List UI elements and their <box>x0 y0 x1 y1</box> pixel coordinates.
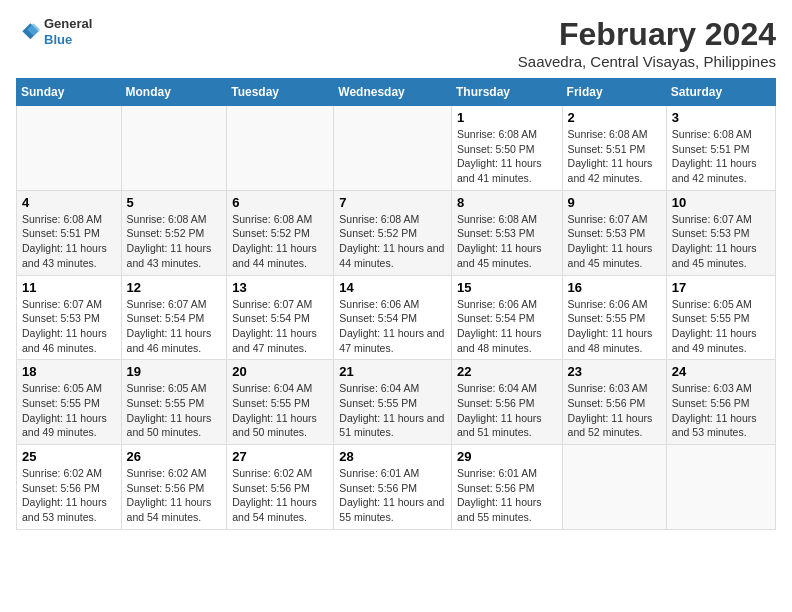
day-number: 16 <box>568 280 661 295</box>
day-info: Sunrise: 6:08 AMSunset: 5:52 PMDaylight:… <box>339 212 446 271</box>
calendar-cell <box>666 445 775 530</box>
logo-text: General Blue <box>44 16 92 47</box>
logo-line1: General <box>44 16 92 32</box>
calendar-cell: 12Sunrise: 6:07 AMSunset: 5:54 PMDayligh… <box>121 275 227 360</box>
day-number: 8 <box>457 195 557 210</box>
day-info: Sunrise: 6:08 AMSunset: 5:52 PMDaylight:… <box>127 212 222 271</box>
title-block: February 2024 Saavedra, Central Visayas,… <box>518 16 776 70</box>
column-header-monday: Monday <box>121 79 227 106</box>
day-info: Sunrise: 6:04 AMSunset: 5:55 PMDaylight:… <box>232 381 328 440</box>
calendar-cell: 29Sunrise: 6:01 AMSunset: 5:56 PMDayligh… <box>451 445 562 530</box>
calendar-cell: 8Sunrise: 6:08 AMSunset: 5:53 PMDaylight… <box>451 190 562 275</box>
day-info: Sunrise: 6:07 AMSunset: 5:53 PMDaylight:… <box>672 212 770 271</box>
day-number: 21 <box>339 364 446 379</box>
day-info: Sunrise: 6:06 AMSunset: 5:55 PMDaylight:… <box>568 297 661 356</box>
calendar-cell: 17Sunrise: 6:05 AMSunset: 5:55 PMDayligh… <box>666 275 775 360</box>
day-number: 23 <box>568 364 661 379</box>
day-info: Sunrise: 6:08 AMSunset: 5:52 PMDaylight:… <box>232 212 328 271</box>
day-info: Sunrise: 6:08 AMSunset: 5:53 PMDaylight:… <box>457 212 557 271</box>
calendar-cell: 6Sunrise: 6:08 AMSunset: 5:52 PMDaylight… <box>227 190 334 275</box>
calendar-cell: 10Sunrise: 6:07 AMSunset: 5:53 PMDayligh… <box>666 190 775 275</box>
day-info: Sunrise: 6:07 AMSunset: 5:54 PMDaylight:… <box>127 297 222 356</box>
column-header-friday: Friday <box>562 79 666 106</box>
day-number: 24 <box>672 364 770 379</box>
day-info: Sunrise: 6:01 AMSunset: 5:56 PMDaylight:… <box>339 466 446 525</box>
day-info: Sunrise: 6:05 AMSunset: 5:55 PMDaylight:… <box>672 297 770 356</box>
calendar-cell: 11Sunrise: 6:07 AMSunset: 5:53 PMDayligh… <box>17 275 122 360</box>
day-info: Sunrise: 6:03 AMSunset: 5:56 PMDaylight:… <box>672 381 770 440</box>
day-number: 29 <box>457 449 557 464</box>
day-info: Sunrise: 6:08 AMSunset: 5:51 PMDaylight:… <box>568 127 661 186</box>
calendar-cell: 13Sunrise: 6:07 AMSunset: 5:54 PMDayligh… <box>227 275 334 360</box>
calendar-cell: 3Sunrise: 6:08 AMSunset: 5:51 PMDaylight… <box>666 106 775 191</box>
day-number: 4 <box>22 195 116 210</box>
day-info: Sunrise: 6:08 AMSunset: 5:51 PMDaylight:… <box>672 127 770 186</box>
calendar-cell <box>17 106 122 191</box>
day-info: Sunrise: 6:06 AMSunset: 5:54 PMDaylight:… <box>339 297 446 356</box>
day-number: 12 <box>127 280 222 295</box>
calendar-week-row: 1Sunrise: 6:08 AMSunset: 5:50 PMDaylight… <box>17 106 776 191</box>
day-info: Sunrise: 6:02 AMSunset: 5:56 PMDaylight:… <box>232 466 328 525</box>
calendar-title: February 2024 <box>518 16 776 53</box>
day-number: 22 <box>457 364 557 379</box>
calendar-subtitle: Saavedra, Central Visayas, Philippines <box>518 53 776 70</box>
day-number: 17 <box>672 280 770 295</box>
calendar-cell: 7Sunrise: 6:08 AMSunset: 5:52 PMDaylight… <box>334 190 452 275</box>
calendar-cell: 25Sunrise: 6:02 AMSunset: 5:56 PMDayligh… <box>17 445 122 530</box>
day-number: 15 <box>457 280 557 295</box>
calendar-cell: 4Sunrise: 6:08 AMSunset: 5:51 PMDaylight… <box>17 190 122 275</box>
day-info: Sunrise: 6:07 AMSunset: 5:53 PMDaylight:… <box>22 297 116 356</box>
day-info: Sunrise: 6:07 AMSunset: 5:54 PMDaylight:… <box>232 297 328 356</box>
calendar-cell: 14Sunrise: 6:06 AMSunset: 5:54 PMDayligh… <box>334 275 452 360</box>
page-header: General Blue February 2024 Saavedra, Cen… <box>16 16 776 70</box>
day-info: Sunrise: 6:05 AMSunset: 5:55 PMDaylight:… <box>22 381 116 440</box>
calendar-cell: 16Sunrise: 6:06 AMSunset: 5:55 PMDayligh… <box>562 275 666 360</box>
calendar-cell: 18Sunrise: 6:05 AMSunset: 5:55 PMDayligh… <box>17 360 122 445</box>
day-number: 11 <box>22 280 116 295</box>
day-number: 27 <box>232 449 328 464</box>
column-header-tuesday: Tuesday <box>227 79 334 106</box>
calendar-cell: 22Sunrise: 6:04 AMSunset: 5:56 PMDayligh… <box>451 360 562 445</box>
day-number: 9 <box>568 195 661 210</box>
day-number: 26 <box>127 449 222 464</box>
calendar-cell <box>334 106 452 191</box>
day-info: Sunrise: 6:02 AMSunset: 5:56 PMDaylight:… <box>127 466 222 525</box>
calendar-cell: 2Sunrise: 6:08 AMSunset: 5:51 PMDaylight… <box>562 106 666 191</box>
day-number: 10 <box>672 195 770 210</box>
calendar-cell: 15Sunrise: 6:06 AMSunset: 5:54 PMDayligh… <box>451 275 562 360</box>
column-header-sunday: Sunday <box>17 79 122 106</box>
day-info: Sunrise: 6:04 AMSunset: 5:55 PMDaylight:… <box>339 381 446 440</box>
calendar-cell <box>121 106 227 191</box>
day-info: Sunrise: 6:04 AMSunset: 5:56 PMDaylight:… <box>457 381 557 440</box>
day-number: 19 <box>127 364 222 379</box>
day-info: Sunrise: 6:02 AMSunset: 5:56 PMDaylight:… <box>22 466 116 525</box>
calendar-cell: 21Sunrise: 6:04 AMSunset: 5:55 PMDayligh… <box>334 360 452 445</box>
calendar-week-row: 25Sunrise: 6:02 AMSunset: 5:56 PMDayligh… <box>17 445 776 530</box>
day-info: Sunrise: 6:01 AMSunset: 5:56 PMDaylight:… <box>457 466 557 525</box>
calendar-week-row: 4Sunrise: 6:08 AMSunset: 5:51 PMDaylight… <box>17 190 776 275</box>
day-number: 25 <box>22 449 116 464</box>
calendar-cell: 26Sunrise: 6:02 AMSunset: 5:56 PMDayligh… <box>121 445 227 530</box>
calendar-cell: 20Sunrise: 6:04 AMSunset: 5:55 PMDayligh… <box>227 360 334 445</box>
day-info: Sunrise: 6:08 AMSunset: 5:50 PMDaylight:… <box>457 127 557 186</box>
day-info: Sunrise: 6:03 AMSunset: 5:56 PMDaylight:… <box>568 381 661 440</box>
day-info: Sunrise: 6:06 AMSunset: 5:54 PMDaylight:… <box>457 297 557 356</box>
column-header-wednesday: Wednesday <box>334 79 452 106</box>
calendar-cell <box>227 106 334 191</box>
calendar-cell: 19Sunrise: 6:05 AMSunset: 5:55 PMDayligh… <box>121 360 227 445</box>
day-info: Sunrise: 6:07 AMSunset: 5:53 PMDaylight:… <box>568 212 661 271</box>
calendar-cell: 9Sunrise: 6:07 AMSunset: 5:53 PMDaylight… <box>562 190 666 275</box>
calendar-table: SundayMondayTuesdayWednesdayThursdayFrid… <box>16 78 776 530</box>
day-number: 7 <box>339 195 446 210</box>
calendar-cell <box>562 445 666 530</box>
day-number: 6 <box>232 195 328 210</box>
day-number: 13 <box>232 280 328 295</box>
calendar-cell: 24Sunrise: 6:03 AMSunset: 5:56 PMDayligh… <box>666 360 775 445</box>
day-number: 5 <box>127 195 222 210</box>
day-info: Sunrise: 6:08 AMSunset: 5:51 PMDaylight:… <box>22 212 116 271</box>
day-number: 14 <box>339 280 446 295</box>
logo: General Blue <box>16 16 92 47</box>
day-info: Sunrise: 6:05 AMSunset: 5:55 PMDaylight:… <box>127 381 222 440</box>
day-number: 1 <box>457 110 557 125</box>
logo-line2: Blue <box>44 32 92 48</box>
